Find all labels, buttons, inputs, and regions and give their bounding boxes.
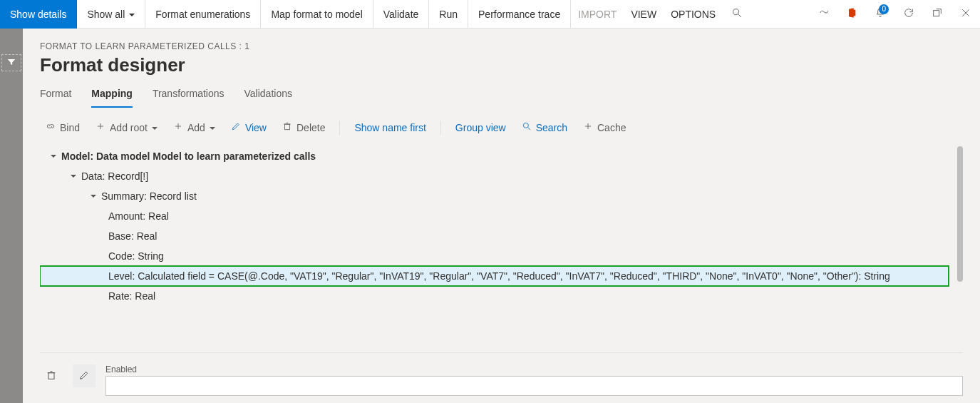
toolbar-separator [440, 121, 441, 135]
cache-label: Cache [597, 122, 626, 133]
enabled-field-label: Enabled [105, 364, 963, 374]
import-button: IMPORT [571, 0, 624, 29]
tab-transformations[interactable]: Transformations [153, 82, 225, 108]
show-name-first-label: Show name first [354, 122, 425, 133]
svg-rect-2 [934, 11, 939, 16]
tab-format[interactable]: Format [40, 82, 71, 108]
filter-button[interactable] [1, 54, 21, 71]
tree-node-label: Model: Data model Model to learn paramet… [61, 151, 316, 162]
view-action-button[interactable]: View [225, 118, 272, 136]
show-all-button[interactable]: Show all [77, 0, 145, 29]
tree-node-label: Code: String [108, 250, 164, 262]
notifications-button[interactable]: 0 [866, 0, 894, 28]
refresh-button[interactable] [894, 0, 923, 28]
search-button[interactable] [723, 0, 751, 28]
extensions-button[interactable] [809, 0, 837, 28]
map-format-label: Map format to model [271, 9, 362, 20]
validate-button[interactable]: Validate [373, 0, 430, 29]
tab-validations-label: Validations [244, 88, 292, 99]
refresh-icon [903, 7, 914, 21]
tree-node-summary[interactable]: Summary: Record list [40, 186, 949, 206]
bind-label: Bind [60, 122, 80, 133]
tree-node-label: Summary: Record list [101, 190, 197, 202]
group-view-button[interactable]: Group view [450, 119, 512, 136]
add-root-label: Add root [110, 122, 158, 133]
svg-line-13 [527, 128, 530, 131]
add-label: Add [187, 122, 215, 133]
edit-property-button[interactable] [73, 364, 96, 387]
enabled-field-input[interactable] [105, 376, 963, 396]
tree-panel: ⋮ Model: Data model Model to learn param… [40, 146, 963, 352]
trash-icon [282, 121, 292, 133]
options-button[interactable]: OPTIONS [664, 0, 723, 29]
pencil-icon [78, 369, 90, 383]
add-root-button[interactable]: Add root [90, 118, 163, 136]
import-label: IMPORT [578, 9, 617, 20]
popout-button[interactable] [923, 0, 951, 28]
search-icon [522, 121, 532, 133]
tree-node-level[interactable]: Level: Calculated field = CASE(@.Code, "… [40, 266, 949, 286]
bell-icon: 0 [875, 7, 886, 21]
office-button[interactable] [837, 0, 866, 28]
tab-mapping[interactable]: Mapping [91, 82, 133, 108]
cache-button[interactable]: Cache [577, 118, 631, 136]
tree-node-label: Amount: Real [108, 210, 169, 222]
pencil-icon [231, 121, 241, 133]
scrollbar-thumb[interactable] [957, 146, 963, 282]
performance-trace-button[interactable]: Performance trace [468, 0, 571, 29]
tabs: Format Mapping Transformations Validatio… [40, 82, 963, 108]
tab-transformations-label: Transformations [153, 88, 225, 99]
collapse-icon[interactable] [68, 171, 78, 181]
svg-point-12 [523, 123, 528, 128]
toolbar: Bind Add root Add View Delete Show name … [40, 113, 963, 146]
svg-line-1 [738, 14, 741, 17]
tree-node-base[interactable]: Base: Real [40, 226, 949, 246]
tab-mapping-label: Mapping [91, 88, 133, 99]
delete-button[interactable]: Delete [277, 118, 331, 136]
delete-label: Delete [296, 122, 325, 133]
plus-icon [96, 121, 105, 133]
infinity-icon [817, 7, 829, 21]
show-details-button[interactable]: Show details [0, 0, 77, 29]
tree-node-data[interactable]: Data: Record[!] [40, 166, 949, 186]
link-icon [46, 121, 56, 133]
group-view-label: Group view [455, 122, 506, 133]
tree-node-label: Base: Real [108, 230, 157, 242]
search-tree-button[interactable]: Search [516, 118, 573, 136]
left-rail [0, 29, 23, 403]
view-action-label: View [245, 122, 267, 133]
toolbar-separator [339, 121, 340, 135]
tree-node-rate[interactable]: Rate: Real [40, 286, 949, 306]
svg-rect-16 [48, 372, 54, 379]
tab-validations[interactable]: Validations [244, 82, 292, 108]
tab-format-label: Format [40, 88, 71, 99]
tree-node-model[interactable]: Model: Data model Model to learn paramet… [40, 146, 949, 166]
bottom-panel: Enabled [40, 352, 963, 403]
plus-icon [583, 121, 593, 133]
tree: Model: Data model Model to learn paramet… [40, 146, 963, 352]
close-button[interactable] [951, 0, 980, 28]
delete-property-button[interactable] [40, 364, 63, 387]
enabled-field-group: Enabled [105, 364, 963, 396]
page-title: Format designer [40, 54, 963, 76]
format-enumerations-button[interactable]: Format enumerations [145, 0, 261, 29]
view-button[interactable]: VIEW [624, 0, 664, 29]
plus-icon [173, 121, 183, 133]
search-icon [731, 7, 743, 21]
map-format-button[interactable]: Map format to model [261, 0, 373, 29]
options-label: OPTIONS [671, 9, 716, 20]
search-tree-label: Search [536, 122, 567, 133]
run-button[interactable]: Run [429, 0, 468, 29]
tree-node-amount[interactable]: Amount: Real [40, 206, 949, 226]
collapse-icon[interactable] [48, 151, 58, 161]
tree-node-label: Data: Record[!] [81, 170, 148, 182]
bind-button[interactable]: Bind [40, 118, 86, 136]
tree-node-code[interactable]: Code: String [40, 246, 949, 266]
page: FORMAT TO LEARN PARAMETERIZED CALLS : 1 … [23, 29, 980, 403]
show-name-first-button[interactable]: Show name first [349, 119, 431, 136]
popout-icon [932, 7, 943, 21]
tree-node-label: Level: Calculated field = CASE(@.Code, "… [108, 270, 890, 282]
add-button[interactable]: Add [167, 118, 221, 136]
filter-icon [6, 57, 16, 69]
collapse-icon[interactable] [88, 191, 98, 201]
